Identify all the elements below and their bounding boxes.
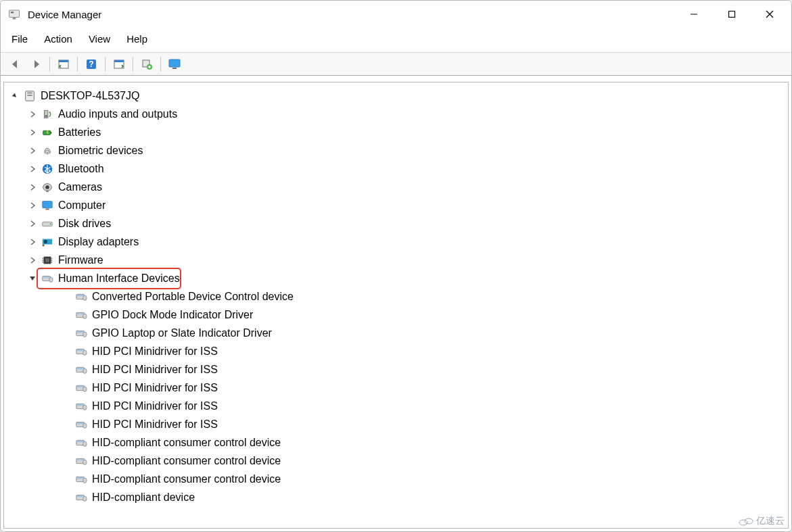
toolbar-help[interactable]: ? bbox=[82, 55, 101, 73]
hid-icon bbox=[74, 290, 88, 304]
tree-root[interactable]: DESKTOP-4L537JQ bbox=[7, 87, 785, 105]
svg-point-31 bbox=[49, 223, 51, 224]
svg-rect-44 bbox=[43, 276, 50, 278]
device-item-label: HID PCI Minidriver for ISS bbox=[92, 416, 218, 433]
category-audio[interactable]: Audio inputs and outputs bbox=[7, 105, 785, 123]
expander-icon[interactable] bbox=[27, 255, 38, 266]
hid-icon bbox=[74, 400, 88, 413]
expander-icon[interactable] bbox=[27, 200, 38, 211]
category-display[interactable]: Display adapters bbox=[7, 233, 785, 251]
svg-rect-1 bbox=[11, 11, 14, 13]
category-batteries[interactable]: Batteries bbox=[7, 123, 785, 141]
device-item[interactable]: ·HID-compliant device bbox=[7, 488, 785, 506]
device-item[interactable]: ·HID-compliant consumer control device bbox=[7, 470, 785, 488]
svg-rect-47 bbox=[77, 295, 84, 296]
category-label: Cameras bbox=[58, 178, 102, 196]
toolbar-monitor[interactable] bbox=[165, 55, 184, 73]
device-item[interactable]: ·HID PCI Minidriver for ISS bbox=[7, 397, 785, 415]
expander-none: · bbox=[61, 456, 72, 466]
svg-rect-2 bbox=[13, 18, 16, 19]
device-item[interactable]: ·HID PCI Minidriver for ISS bbox=[7, 379, 785, 397]
category-firmware[interactable]: Firmware bbox=[7, 251, 785, 269]
svg-point-57 bbox=[83, 350, 87, 355]
expander-icon[interactable] bbox=[27, 109, 38, 120]
device-item-label: HID-compliant consumer control device bbox=[92, 470, 281, 488]
device-tree-pane[interactable]: DESKTOP-4L537JQ Audio inputs and outputs… bbox=[3, 82, 789, 529]
device-item-label: HID PCI Minidriver for ISS bbox=[92, 397, 218, 415]
svg-rect-27 bbox=[46, 190, 49, 192]
menu-file[interactable]: File bbox=[10, 30, 29, 48]
expander-none: · bbox=[61, 437, 72, 448]
category-computer[interactable]: Computer bbox=[7, 196, 785, 214]
device-item-label: GPIO Dock Mode Indicator Driver bbox=[92, 306, 253, 324]
svg-rect-12 bbox=[114, 60, 124, 62]
device-item[interactable]: ·HID PCI Minidriver for ISS bbox=[7, 415, 785, 433]
device-item[interactable]: ·GPIO Laptop or Slate Indicator Driver bbox=[7, 324, 785, 342]
computer-tower-icon bbox=[23, 89, 37, 103]
hid-icon bbox=[74, 363, 88, 377]
device-item[interactable]: ·HID PCI Minidriver for ISS bbox=[7, 342, 785, 360]
monitor-icon bbox=[41, 199, 54, 212]
toolbar: ? bbox=[1, 53, 791, 76]
expander-icon[interactable] bbox=[27, 237, 38, 247]
svg-rect-29 bbox=[45, 208, 49, 210]
svg-rect-18 bbox=[27, 92, 32, 93]
menu-help[interactable]: Help bbox=[125, 30, 149, 48]
svg-rect-56 bbox=[77, 349, 84, 351]
svg-point-33 bbox=[44, 239, 47, 243]
toolbar-back[interactable] bbox=[6, 55, 25, 73]
expander-none: · bbox=[61, 328, 72, 339]
expander-none: · bbox=[61, 419, 72, 430]
menu-action[interactable]: Action bbox=[43, 30, 74, 48]
svg-point-69 bbox=[83, 423, 87, 428]
toolbar-show-hidden[interactable] bbox=[54, 55, 73, 73]
svg-point-54 bbox=[83, 332, 87, 337]
close-button[interactable] bbox=[751, 1, 789, 28]
minimize-button[interactable] bbox=[675, 1, 713, 28]
svg-point-60 bbox=[83, 368, 87, 373]
category-label: Bluetooth bbox=[58, 160, 104, 178]
svg-rect-77 bbox=[77, 477, 84, 479]
svg-rect-36 bbox=[45, 258, 49, 262]
titlebar-title: Device Manager bbox=[28, 9, 101, 20]
expander-none: · bbox=[61, 401, 72, 412]
svg-point-63 bbox=[83, 387, 87, 391]
category-hid[interactable]: Human Interface Devices bbox=[7, 269, 785, 287]
toolbar-forward[interactable] bbox=[26, 55, 45, 73]
device-item[interactable]: ·HID-compliant consumer control device bbox=[7, 452, 785, 470]
device-item[interactable]: ·GPIO Dock Mode Indicator Driver bbox=[7, 306, 785, 324]
expander-none: · bbox=[61, 310, 72, 320]
expander-icon[interactable] bbox=[27, 127, 38, 138]
category-label: Human Interface Devices bbox=[58, 270, 180, 287]
expander-icon[interactable] bbox=[9, 91, 20, 101]
svg-point-48 bbox=[83, 295, 87, 300]
category-disk[interactable]: Disk drives bbox=[7, 214, 785, 233]
toolbar-detail-view[interactable] bbox=[110, 55, 129, 73]
device-item[interactable]: ·HID-compliant consumer control device bbox=[7, 433, 785, 452]
tree-root-label: DESKTOP-4L537JQ bbox=[41, 87, 139, 105]
svg-rect-71 bbox=[77, 441, 84, 442]
expander-icon[interactable] bbox=[27, 218, 38, 229]
category-label: Batteries bbox=[58, 124, 101, 141]
svg-rect-34 bbox=[43, 244, 45, 246]
expander-icon[interactable] bbox=[27, 164, 38, 174]
device-item[interactable]: ·Converted Portable Device Control devic… bbox=[7, 287, 785, 306]
category-cameras[interactable]: Cameras bbox=[7, 178, 785, 196]
device-item[interactable]: ·HID PCI Minidriver for ISS bbox=[7, 360, 785, 379]
expander-icon[interactable] bbox=[27, 145, 38, 156]
svg-rect-23 bbox=[51, 132, 52, 134]
svg-rect-28 bbox=[43, 201, 52, 208]
expander-icon[interactable] bbox=[27, 182, 38, 193]
menu-view[interactable]: View bbox=[87, 30, 112, 48]
toolbar-scan[interactable] bbox=[137, 55, 156, 73]
device-item-label: HID PCI Minidriver for ISS bbox=[92, 343, 218, 360]
category-biometric[interactable]: Biometric devices bbox=[7, 141, 785, 160]
hid-icon bbox=[74, 454, 88, 468]
maximize-button[interactable] bbox=[713, 1, 751, 28]
svg-point-66 bbox=[83, 405, 87, 410]
svg-rect-65 bbox=[77, 404, 84, 406]
svg-rect-53 bbox=[77, 331, 84, 333]
device-item-label: HID-compliant consumer control device bbox=[92, 452, 281, 470]
category-bluetooth[interactable]: Bluetooth bbox=[7, 160, 785, 178]
device-manager-window: Device Manager File Action View Help bbox=[0, 0, 792, 532]
